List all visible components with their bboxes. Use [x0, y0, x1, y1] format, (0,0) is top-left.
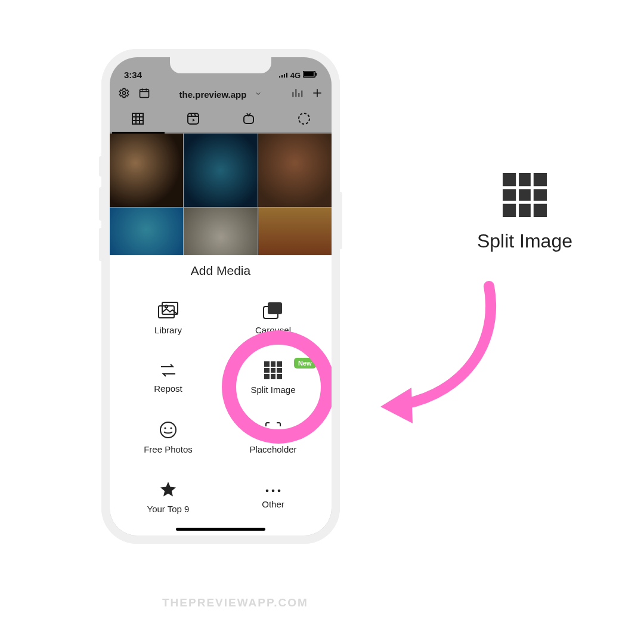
label: Free Photos [144, 444, 193, 454]
arrow-icon [370, 280, 525, 438]
label: Library [154, 325, 182, 335]
svg-point-20 [278, 490, 281, 493]
library-icon [158, 302, 178, 321]
smiley-icon [159, 421, 177, 441]
media-option-placeholder[interactable]: Placeholder [249, 421, 296, 454]
media-option-top9[interactable]: Your Top 9 [147, 481, 190, 514]
volume-down-button [99, 228, 103, 261]
placeholder-icon [264, 421, 282, 441]
media-option-split-image[interactable]: Split Image New [250, 361, 295, 395]
sheet-title: Add Media [191, 264, 250, 278]
media-option-carousel[interactable]: Carousel [255, 302, 291, 335]
svg-point-16 [164, 427, 166, 429]
media-option-other[interactable]: Other [262, 485, 284, 509]
power-button [339, 192, 342, 249]
label: Placeholder [249, 444, 296, 454]
label: Other [262, 499, 284, 509]
svg-point-17 [170, 427, 172, 429]
new-badge: New [294, 358, 316, 369]
media-option-repost[interactable]: Repost [154, 363, 182, 394]
split-image-icon [264, 361, 282, 381]
svg-rect-13 [268, 302, 282, 314]
callout-label: Split Image [477, 230, 572, 252]
repost-icon [159, 363, 178, 380]
media-option-free-photos[interactable]: Free Photos [144, 421, 193, 454]
phone-mock: 3:34 4G the.previ [101, 49, 340, 544]
split-image-icon [503, 173, 547, 219]
watermark: THEPREVIEWAPP.COM [162, 596, 308, 609]
label: Repost [154, 383, 182, 394]
phone-screen: 3:34 4G the.previ [110, 57, 332, 535]
mute-switch [99, 156, 103, 177]
more-icon [264, 485, 282, 496]
label: Your Top 9 [147, 504, 190, 514]
notch [170, 57, 271, 73]
home-indicator [176, 528, 265, 531]
callout: Split Image [477, 173, 572, 252]
media-option-library[interactable]: Library [154, 302, 182, 335]
carousel-icon [263, 302, 283, 321]
volume-up-button [99, 187, 103, 221]
svg-point-19 [272, 490, 275, 493]
svg-rect-21 [503, 173, 547, 217]
svg-rect-14 [264, 361, 282, 379]
add-media-sheet: Add Media Library Carousel [110, 255, 332, 535]
label: Carousel [255, 325, 291, 335]
label: Split Image [250, 385, 295, 395]
svg-point-18 [266, 490, 269, 493]
star-icon [159, 481, 177, 500]
svg-point-15 [160, 422, 176, 438]
